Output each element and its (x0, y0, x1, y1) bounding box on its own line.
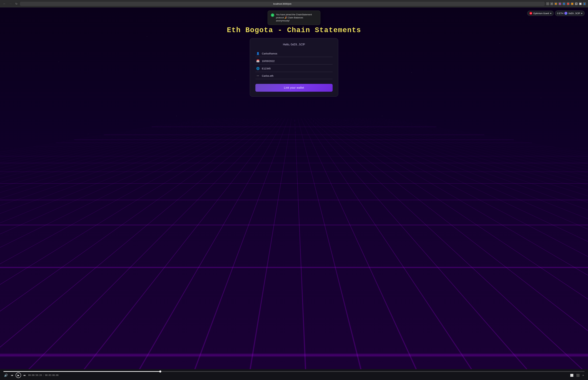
toast-message: You have joined the ChainStatement proto… (276, 13, 317, 22)
ext2-icon[interactable]: 🟣 (558, 2, 561, 5)
progress-thumb (159, 370, 161, 373)
page-title: Eth Bogota - Chain Statements (227, 26, 361, 34)
share-icon[interactable]: ↑ (546, 2, 549, 5)
ens-field-row: ••• (255, 73, 333, 79)
id-input[interactable] (262, 67, 332, 70)
address-bar[interactable] (20, 2, 545, 6)
picture-in-picture-button[interactable]: ⬛ (576, 373, 580, 377)
globe-icon: 🌐 (256, 67, 260, 70)
network-label: Optimism Goerli (533, 12, 549, 15)
name-field-row: 👤 (255, 50, 333, 57)
rewind-button[interactable]: ⏮ (10, 374, 14, 377)
controls-row: 🔊 ⏮ ▶ ⏭ 00:00:50:20 / 00:03:06:06 ⬜ ⬛ » (3, 373, 585, 378)
calendar-icon: 📅 (256, 59, 260, 63)
id-field-row: 🌐 (255, 65, 333, 72)
form-greeting: Hello, 0xE9...5CfF (255, 43, 333, 46)
dots-icon: ••• (256, 75, 260, 77)
date-input[interactable] (262, 59, 332, 62)
ext6-icon[interactable]: 🔳 (575, 2, 578, 5)
time-separator: / (43, 374, 44, 377)
more-controls-button[interactable]: » (582, 373, 585, 377)
ext3-icon[interactable]: 🔵 (563, 2, 566, 5)
main-content: ✓ You have joined the ChainStatement pro… (0, 7, 588, 369)
ext5-icon[interactable]: 🟠 (571, 2, 574, 5)
optimism-icon: OP (530, 12, 532, 15)
network-chevron: ▾ (550, 12, 551, 15)
controls-right: ⬜ ⬛ » (569, 373, 585, 377)
network-selector[interactable]: OP Optimism Goerli ▾ (527, 11, 553, 16)
name-input[interactable] (262, 52, 332, 55)
profile-icon[interactable]: 👤 (583, 2, 586, 5)
browser-chrome: ← → ↻ ↑ ★ 🔶 🟣 🔵 🔴 🟠 🔳 ⬜ 👤 (0, 0, 588, 7)
ext7-icon[interactable]: ⬜ (579, 2, 582, 5)
ext4-icon[interactable]: 🔴 (567, 2, 570, 5)
person-icon: 👤 (256, 52, 260, 55)
ext1-icon[interactable]: 🔶 (554, 2, 557, 5)
controls-left: 🔊 ⏮ ▶ ⏭ 00:00:50:20 / 00:03:06:06 (3, 373, 58, 378)
progress-fill (3, 371, 160, 372)
fast-forward-button[interactable]: ⏭ (23, 374, 27, 377)
forward-button[interactable]: → (8, 2, 13, 6)
eth-balance-button[interactable]: 0 ETH 0xE9...5CfF ▾ (555, 11, 585, 16)
progress-bar-container (3, 371, 585, 372)
back-button[interactable]: ← (2, 2, 7, 6)
wallet-address-label: 0xE9...5CfF (569, 12, 580, 15)
browser-actions: ↑ ★ 🔶 🟣 🔵 🔴 🟠 🔳 ⬜ 👤 (546, 2, 586, 5)
eth-balance-label: 0 ETH (557, 12, 564, 15)
current-time: 00:00:50:20 (28, 374, 42, 377)
time-display: 00:00:50:20 / 00:03:06:06 (28, 374, 58, 377)
total-time: 00:03:06:06 (45, 374, 58, 377)
ens-input[interactable] (262, 74, 332, 77)
play-button[interactable]: ▶ (16, 373, 21, 378)
reload-button[interactable]: ↻ (14, 2, 19, 6)
airplay-button[interactable]: ⬜ (569, 373, 574, 377)
wallet-chevron: ▾ (581, 12, 582, 15)
toast-notification: ✓ You have joined the ChainStatement pro… (268, 11, 320, 25)
wallet-avatar (564, 12, 568, 15)
volume-button[interactable]: 🔊 (3, 373, 8, 378)
date-field-row: 📅 (255, 58, 333, 64)
video-controls-bar: 🔊 ⏮ ▶ ⏭ 00:00:50:20 / 00:03:06:06 ⬜ ⬛ » (0, 369, 588, 380)
link-wallet-button[interactable]: Link your wallet (255, 84, 333, 92)
progress-track[interactable] (3, 371, 585, 372)
wallet-header: OP Optimism Goerli ▾ 0 ETH 0xE9...5CfF ▾ (527, 11, 585, 16)
bookmark-icon[interactable]: ★ (550, 2, 553, 5)
form-card: Hello, 0xE9...5CfF 👤 📅 🌐 ••• Link your w… (250, 38, 338, 97)
toast-success-icon: ✓ (271, 13, 274, 17)
